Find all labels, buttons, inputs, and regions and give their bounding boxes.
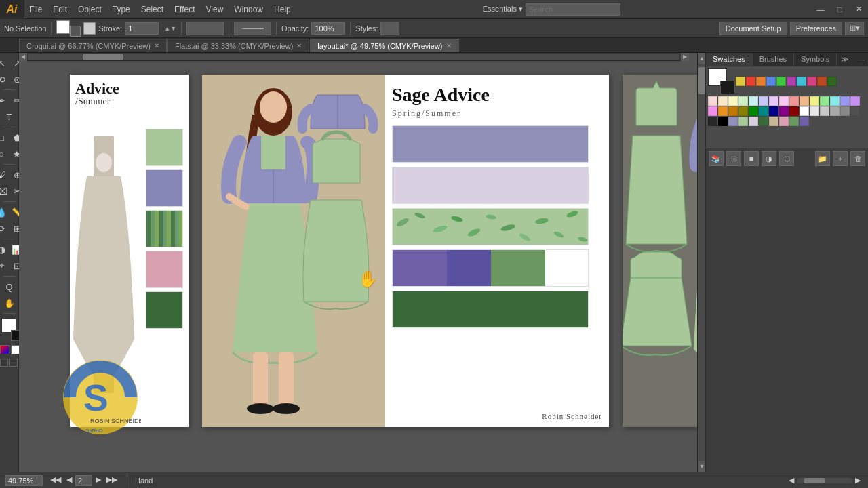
sw-24[interactable] bbox=[800, 106, 809, 116]
sw-20[interactable] bbox=[759, 106, 768, 116]
show-pattern-swatches[interactable]: ⊡ bbox=[779, 151, 794, 166]
sw-32[interactable] bbox=[728, 117, 738, 126]
stroke-arrows[interactable]: ▲▼ bbox=[164, 25, 176, 32]
sw-18[interactable] bbox=[738, 106, 748, 116]
blend-tool[interactable]: ⟳ bbox=[0, 221, 9, 236]
new-swatch[interactable]: + bbox=[833, 151, 848, 166]
type-tool[interactable]: T bbox=[2, 109, 17, 124]
doc-setup-button[interactable]: Document Setup bbox=[719, 22, 787, 35]
arrange-btn[interactable]: ⊞▾ bbox=[845, 22, 864, 35]
swatch-pink[interactable] bbox=[807, 77, 816, 86]
panel-collapse-btn[interactable]: — bbox=[853, 53, 868, 66]
eraser-tool[interactable]: ⌫ bbox=[0, 184, 9, 199]
canvas-area[interactable]: ◀ ▶ Advice /Summer bbox=[19, 53, 697, 472]
v-scroll-track[interactable] bbox=[698, 64, 705, 461]
tab-croqui[interactable]: Croqui.ai @ 66.77% (CMYK/Preview) ✕ bbox=[19, 39, 167, 52]
hand-tool[interactable]: ✋ bbox=[2, 296, 17, 310]
show-gradient-swatches[interactable]: ◑ bbox=[762, 151, 776, 166]
sw-23[interactable] bbox=[789, 106, 799, 116]
preferences-button[interactable]: Preferences bbox=[790, 22, 842, 35]
menu-select[interactable]: Select bbox=[136, 0, 169, 19]
sw-4[interactable] bbox=[749, 96, 758, 106]
nav-first[interactable]: ◀◀ bbox=[48, 475, 63, 486]
color-btn[interactable] bbox=[0, 345, 9, 354]
tab-layout-close[interactable]: ✕ bbox=[446, 42, 452, 49]
opacity-input[interactable] bbox=[311, 22, 345, 35]
menu-edit[interactable]: Edit bbox=[47, 0, 73, 19]
scroll-left-btn[interactable]: ◀ bbox=[787, 476, 796, 485]
preview-btn[interactable] bbox=[0, 359, 8, 367]
nav-last[interactable]: ▶▶ bbox=[104, 475, 119, 486]
h-scroll-track[interactable] bbox=[28, 54, 679, 60]
menu-help[interactable]: Help bbox=[269, 0, 296, 19]
maximize-button[interactable]: □ bbox=[830, 0, 849, 19]
swatch-green[interactable] bbox=[776, 77, 786, 86]
search-input[interactable] bbox=[526, 3, 620, 16]
menu-file[interactable]: File bbox=[24, 0, 47, 19]
sw-28[interactable] bbox=[840, 106, 850, 116]
sw-30[interactable] bbox=[708, 117, 717, 126]
sw-31[interactable] bbox=[718, 117, 728, 126]
sw-12[interactable] bbox=[830, 96, 840, 106]
stroke-input[interactable] bbox=[125, 22, 159, 35]
swatch-darkgreen[interactable] bbox=[827, 77, 837, 86]
tab-brushes[interactable]: Brushes bbox=[753, 53, 794, 66]
nav-prev[interactable]: ◀ bbox=[64, 475, 74, 486]
gradient-tool[interactable]: ◑ bbox=[0, 242, 9, 257]
tab-symbols[interactable]: Symbols bbox=[794, 53, 837, 66]
sw-13[interactable] bbox=[840, 96, 850, 106]
sw-38[interactable] bbox=[789, 117, 799, 126]
tab-flats[interactable]: Flats.ai @ 33.33% (CMYK/Preview) ✕ bbox=[167, 39, 309, 52]
v-scrollbar[interactable]: ▲ ▼ bbox=[697, 53, 705, 472]
h-scroll-thumb-bottom[interactable] bbox=[804, 478, 825, 483]
sw-11[interactable] bbox=[820, 96, 829, 106]
sw-16[interactable] bbox=[718, 106, 728, 116]
tab-croqui-close[interactable]: ✕ bbox=[154, 42, 159, 49]
page-input[interactable] bbox=[75, 475, 92, 486]
sw-29[interactable] bbox=[850, 106, 860, 116]
swatch-red[interactable] bbox=[746, 77, 755, 86]
sw-25[interactable] bbox=[810, 106, 819, 116]
show-color-swatches[interactable]: ■ bbox=[744, 151, 759, 166]
sw-15[interactable] bbox=[708, 106, 717, 116]
panel-menu-btn[interactable]: ≫ bbox=[837, 53, 853, 66]
swatch-yellow[interactable] bbox=[736, 77, 745, 86]
nav-next[interactable]: ▶ bbox=[94, 475, 103, 486]
sw-7[interactable] bbox=[779, 96, 789, 106]
sw-22[interactable] bbox=[779, 106, 789, 116]
eyedropper-tool[interactable]: 💧 bbox=[0, 205, 9, 220]
swatch-brown[interactable] bbox=[817, 77, 827, 86]
sw-8[interactable] bbox=[789, 96, 799, 106]
sw-0[interactable] bbox=[708, 96, 717, 106]
rotate-tool[interactable]: ⟲ bbox=[0, 72, 9, 87]
sw-33[interactable] bbox=[738, 117, 748, 126]
close-button[interactable]: ✕ bbox=[849, 0, 868, 19]
swatch-purple[interactable] bbox=[787, 77, 796, 86]
fill-stroke-indicator[interactable] bbox=[56, 20, 81, 37]
sw-39[interactable] bbox=[800, 117, 809, 126]
show-all-swatches[interactable]: ⊞ bbox=[726, 151, 741, 166]
sw-19[interactable] bbox=[749, 106, 758, 116]
sw-2[interactable] bbox=[728, 96, 738, 106]
minimize-button[interactable]: — bbox=[811, 0, 830, 19]
rectangle-tool[interactable]: □ bbox=[0, 130, 9, 145]
selection-tool[interactable]: ↖ bbox=[0, 56, 9, 70]
ellipse-tool[interactable]: ○ bbox=[0, 146, 9, 161]
tab-layout[interactable]: layout.ai* @ 49.75% (CMYK/Preview) ✕ bbox=[310, 39, 458, 52]
sw-1[interactable] bbox=[718, 96, 728, 106]
sw-17[interactable] bbox=[728, 106, 738, 116]
sw-3[interactable] bbox=[738, 96, 748, 106]
artboard-tool[interactable]: ⌖ bbox=[0, 258, 9, 273]
menu-object[interactable]: Object bbox=[73, 0, 107, 19]
sw-21[interactable] bbox=[769, 106, 778, 116]
fg-bg-swatches[interactable] bbox=[708, 68, 735, 94]
sw-35[interactable] bbox=[759, 117, 768, 126]
v-scroll-thumb[interactable] bbox=[698, 67, 705, 94]
menu-window[interactable]: Window bbox=[229, 0, 269, 19]
sw-9[interactable] bbox=[800, 96, 809, 106]
menu-type[interactable]: Type bbox=[107, 0, 136, 19]
h-scrollbar[interactable]: ◀ ▶ bbox=[19, 53, 689, 61]
menu-view[interactable]: View bbox=[201, 0, 229, 19]
zoom-tool[interactable]: Q bbox=[2, 279, 17, 294]
sw-27[interactable] bbox=[830, 106, 840, 116]
